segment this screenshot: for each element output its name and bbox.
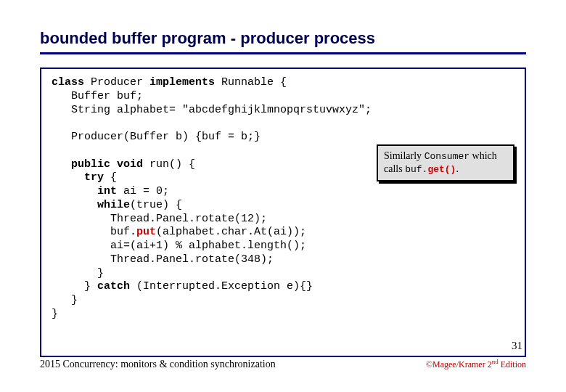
code-kw: implements	[149, 76, 215, 89]
code-kw: int	[97, 185, 117, 197]
title-underline	[40, 52, 526, 54]
code-text: Thread.Panel.rotate(12);	[52, 213, 267, 225]
code-text: ai = 0;	[117, 185, 169, 197]
code-text: (Interrupted.Exception e){}	[130, 280, 313, 293]
code-text: }	[52, 267, 104, 279]
note-text: Similarly	[384, 150, 424, 161]
code-block: class Producer implements Runnable { Buf…	[40, 68, 526, 357]
code-text: }	[52, 308, 58, 320]
note-text: .	[456, 163, 459, 174]
code-text: run() {	[143, 158, 195, 171]
code-kw: class	[52, 76, 84, 89]
note-mono: buf.	[405, 164, 427, 175]
page-number: 31	[512, 340, 522, 352]
code-kw: try	[84, 171, 104, 184]
code-kw: catch	[97, 280, 130, 293]
code-text	[52, 158, 71, 171]
note-mono: Consumer	[424, 151, 469, 162]
code-text	[52, 199, 97, 211]
code-kw: public void	[71, 158, 143, 171]
code-text: (true) {	[130, 199, 182, 211]
note-mono-red: get()	[427, 164, 456, 175]
code-highlight: put	[136, 226, 156, 238]
code-text: Runnable {	[215, 76, 287, 89]
code-text: ai=(ai+1) % alphabet.length();	[52, 240, 306, 252]
code-text: }	[52, 294, 78, 306]
footer-left: 2015 Concurrency: monitors & condition s…	[40, 359, 276, 370]
footer-right: ©Magee/Kramer 2nd Edition	[426, 358, 526, 370]
callout-note: Similarly Consumer which calls buf.get()…	[377, 144, 514, 181]
footer-copyright: ©Magee/Kramer	[426, 359, 488, 369]
footer-edition-word: Edition	[499, 359, 526, 369]
footer-edition-sup: nd	[492, 358, 499, 365]
code-text: buf.	[52, 226, 136, 238]
code-text: }	[52, 280, 97, 293]
code-text	[52, 185, 97, 197]
code-kw: while	[97, 199, 130, 211]
slide-title: bounded buffer program - producer proces…	[40, 29, 526, 48]
code-text	[52, 171, 84, 184]
code-text: String alphabet= "abcdefghijklmnopqrstuv…	[52, 104, 372, 116]
code-text: {	[104, 171, 117, 184]
code-text: Producer(Buffer b) {buf = b;}	[52, 131, 261, 143]
code-text: (alphabet.char.At(ai));	[156, 226, 306, 238]
code-text: Buffer buf;	[52, 90, 143, 102]
code-text: Thread.Panel.rotate(348);	[52, 253, 274, 266]
code-text: Producer	[84, 76, 149, 89]
